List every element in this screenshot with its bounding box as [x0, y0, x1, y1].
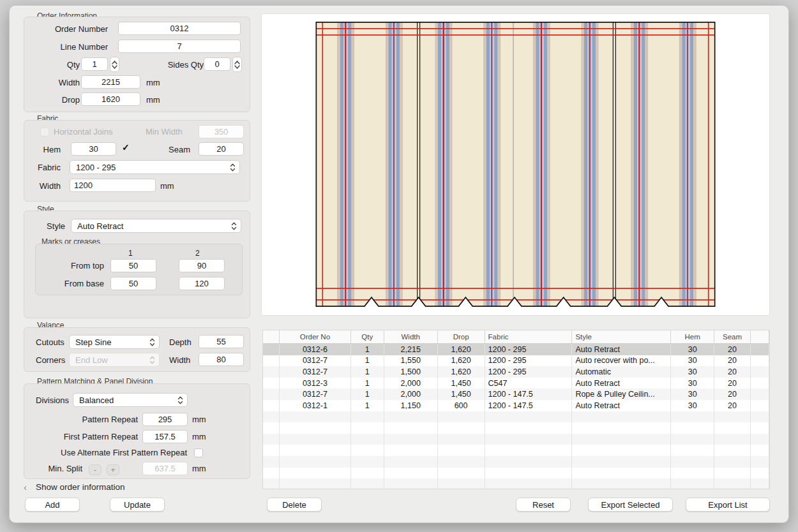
- first-pattern-repeat-input[interactable]: [142, 430, 188, 443]
- popup-chevrons-icon: [231, 222, 237, 230]
- show-order-information-link[interactable]: Show order information: [36, 482, 125, 492]
- table-cell: 2,215: [384, 344, 438, 355]
- table-row[interactable]: 0312-111,1506001200 - 147.5Auto Retract3…: [263, 400, 769, 411]
- table-cell: [384, 456, 438, 468]
- depth-input[interactable]: [199, 335, 244, 348]
- fabric-preview-svg: [262, 14, 769, 315]
- table-cell: [280, 478, 351, 489]
- seam-input[interactable]: [199, 142, 244, 156]
- table-cell: [751, 468, 769, 479]
- add-button[interactable]: Add: [25, 498, 80, 512]
- table-row-empty[interactable]: [263, 445, 769, 456]
- table-row[interactable]: 0312-712,0001,4501200 - 147.5Rope & Pull…: [263, 388, 769, 400]
- qty-input[interactable]: [81, 57, 108, 71]
- app-window: Order Information Order Number Line Numb…: [9, 5, 789, 523]
- table-cell: [485, 411, 573, 423]
- from-top-2-input[interactable]: [179, 259, 225, 272]
- table-cell: [351, 478, 384, 489]
- valance-width-input[interactable]: [199, 353, 244, 366]
- min-split-minus-button[interactable]: -: [89, 464, 102, 475]
- hem-checkmark-icon[interactable]: ✓: [122, 142, 130, 152]
- collapse-chevron-icon[interactable]: ‹: [24, 482, 27, 492]
- sides-qty-stepper[interactable]: [232, 57, 242, 72]
- qty-stepper[interactable]: [110, 57, 119, 72]
- table-cell: [280, 456, 351, 468]
- table-cell: [714, 478, 751, 489]
- column-header-empty[interactable]: [751, 330, 769, 343]
- min-split-input[interactable]: [142, 462, 188, 475]
- corners-popup[interactable]: End Low: [69, 353, 160, 367]
- sides-qty-input[interactable]: [204, 57, 230, 71]
- column-header-qty[interactable]: Qty: [351, 330, 384, 343]
- table-row[interactable]: 0312-711,5001,6201200 - 295Automatic3020: [263, 366, 769, 378]
- table-cell: [714, 434, 751, 445]
- from-base-1-input[interactable]: [110, 277, 156, 290]
- column-header-hem[interactable]: Hem: [671, 330, 714, 343]
- delete-button[interactable]: Delete: [267, 498, 322, 512]
- table-cell: Auto Retract: [572, 400, 671, 411]
- fabric-popup[interactable]: 1200 - 295: [70, 160, 240, 174]
- divisions-popup[interactable]: Balanced: [73, 393, 188, 407]
- order-number-input[interactable]: [118, 22, 241, 35]
- table-cell: [671, 434, 714, 445]
- order-table-body[interactable]: 0312-612,2151,6201200 - 295Auto Retract3…: [263, 344, 769, 489]
- table-cell: [280, 468, 351, 479]
- line-number-input[interactable]: [118, 40, 241, 53]
- table-row[interactable]: 0312-612,2151,6201200 - 295Auto Retract3…: [263, 344, 769, 355]
- reset-button[interactable]: Reset: [516, 498, 571, 512]
- export-selected-button[interactable]: Export Selected: [588, 498, 673, 512]
- table-cell: 1,450: [438, 388, 485, 400]
- cutouts-popup[interactable]: Step Sine: [69, 335, 160, 349]
- pattern-repeat-input[interactable]: [142, 413, 188, 426]
- table-cell: 1200 - 295: [485, 355, 573, 367]
- table-row[interactable]: 0312-312,0001,450C547Auto Retract3020: [263, 378, 769, 389]
- table-cell: [263, 355, 280, 367]
- drop-unit: mm: [146, 95, 160, 105]
- width-unit: mm: [146, 78, 160, 87]
- table-row-empty[interactable]: [263, 411, 769, 423]
- table-cell: [572, 478, 671, 489]
- table-row-empty[interactable]: [263, 478, 769, 489]
- table-cell: 20: [714, 366, 751, 378]
- drop-input[interactable]: [81, 92, 140, 106]
- table-row-empty[interactable]: [263, 468, 769, 479]
- table-cell: 30: [671, 388, 714, 400]
- table-cell: [751, 456, 769, 468]
- pattern-repeat-label: Pattern Repeat: [49, 415, 138, 424]
- stepper-up-icon: [234, 61, 240, 64]
- table-cell: [384, 478, 438, 489]
- column-header-order-no[interactable]: Order No: [280, 330, 351, 343]
- table-cell: [438, 411, 485, 423]
- order-table-header: Order NoQtyWidthDropFabricStyleHemSeam: [263, 330, 769, 344]
- fabric-width-input[interactable]: [70, 179, 156, 192]
- min-split-plus-button[interactable]: +: [107, 464, 119, 475]
- horizontal-joins-checkbox[interactable]: [40, 128, 49, 137]
- table-cell: 0312-3: [280, 378, 351, 389]
- min-width-input[interactable]: [199, 125, 244, 138]
- use-alternate-checkbox[interactable]: [194, 448, 203, 457]
- table-row-empty[interactable]: [263, 456, 769, 468]
- column-header-seam[interactable]: Seam: [714, 330, 751, 343]
- table-cell: [351, 468, 384, 479]
- column-header-empty[interactable]: [263, 330, 280, 343]
- column-header-width[interactable]: Width: [384, 330, 438, 343]
- column-header-fabric[interactable]: Fabric: [485, 330, 573, 343]
- column-header-drop[interactable]: Drop: [438, 330, 485, 343]
- table-cell: [384, 411, 438, 423]
- style-popup[interactable]: Auto Retract: [71, 219, 241, 233]
- hem-input[interactable]: [71, 142, 116, 156]
- export-list-button[interactable]: Export List: [686, 498, 770, 512]
- from-base-2-input[interactable]: [179, 277, 225, 290]
- update-button[interactable]: Update: [110, 498, 165, 512]
- table-cell: 1,500: [384, 366, 438, 378]
- table-cell: C547: [485, 378, 573, 389]
- table-row-empty[interactable]: [263, 422, 769, 434]
- table-cell: [751, 422, 769, 434]
- table-row[interactable]: 0312-711,5501,6201200 - 295Auto recover …: [263, 355, 769, 367]
- table-cell: [351, 456, 384, 468]
- order-table[interactable]: Order NoQtyWidthDropFabricStyleHemSeam 0…: [262, 330, 770, 489]
- column-header-style[interactable]: Style: [572, 330, 671, 343]
- from-top-1-input[interactable]: [110, 259, 156, 272]
- table-row-empty[interactable]: [263, 434, 769, 445]
- width-input[interactable]: [81, 75, 140, 89]
